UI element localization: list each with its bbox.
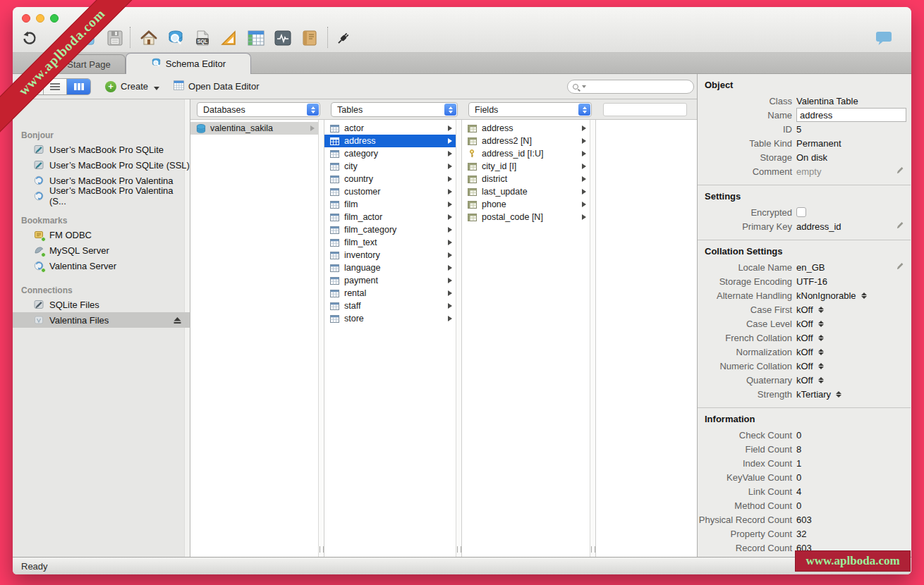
drill-arrow-icon — [448, 214, 452, 220]
value-stepper-icon[interactable] — [818, 307, 824, 313]
schema-editor-icon[interactable] — [164, 27, 188, 49]
name-input[interactable] — [796, 108, 906, 122]
inspector-row: QuaternarykOff — [698, 373, 911, 387]
column-resize-strip[interactable] — [456, 120, 462, 557]
zoom-window-button[interactable] — [50, 14, 59, 23]
field-item-address_id[interactable]: address_id [I:U] — [462, 147, 590, 160]
edit-pencil-icon[interactable] — [895, 261, 904, 273]
save-icon[interactable] — [103, 27, 127, 49]
field-item-city_id[interactable]: city_id [I] — [462, 160, 590, 173]
table-item-payment[interactable]: payment — [324, 274, 456, 287]
column-resize-strip[interactable] — [590, 120, 596, 557]
table-item-store[interactable]: store — [324, 312, 456, 325]
home-icon[interactable] — [137, 27, 161, 49]
item-label: district — [482, 174, 578, 184]
sidebar-item-user-s-macbook-pro-sqlite[interactable]: User’s MacBook Pro SQLite — [13, 142, 190, 157]
table-item-country[interactable]: country — [324, 173, 456, 185]
value-stepper-icon[interactable] — [818, 335, 824, 341]
sidebar-item-fm-odbc[interactable]: FM ODBC — [13, 227, 190, 242]
table-icon — [330, 314, 340, 323]
create-button[interactable]: + Create — [105, 81, 159, 92]
encrypted-checkbox[interactable] — [796, 207, 806, 217]
feedback-bubble-icon[interactable] — [872, 27, 896, 49]
property-label: Normalization — [698, 347, 796, 357]
table-item-film[interactable]: film — [324, 198, 456, 211]
table-item-category[interactable]: category — [324, 147, 456, 160]
dropdown-label: Databases — [203, 105, 245, 115]
field-item-district[interactable]: district — [462, 173, 590, 185]
table-item-actor[interactable]: actor — [324, 122, 456, 135]
sidebar-item-sqlite-files[interactable]: SQLite Files — [13, 297, 190, 312]
chevron-down-icon — [154, 87, 159, 90]
columns-view-icon[interactable] — [67, 79, 90, 94]
minimize-window-button[interactable] — [36, 14, 44, 23]
value-stepper-icon[interactable] — [818, 321, 824, 327]
table-item-customer[interactable]: customer — [324, 185, 456, 198]
close-window-button[interactable] — [22, 14, 30, 23]
sidebar-item-valentina-server[interactable]: Valentina Server — [13, 258, 190, 273]
sidebar-item-valentina-files[interactable]: Valentina Files — [13, 312, 190, 328]
sidebar-item-user-s-macbook-pro-valentina-s-[interactable]: User’s MacBook Pro Valentina (S... — [13, 188, 190, 204]
field-item-phone[interactable]: phone — [462, 198, 590, 211]
table-item-inventory[interactable]: inventory — [324, 249, 456, 261]
table-icon — [330, 175, 340, 183]
data-editor-icon[interactable] — [244, 27, 268, 49]
column-resize-strip[interactable] — [318, 120, 324, 557]
table-item-film_actor[interactable]: film_actor — [324, 211, 456, 223]
databases-dropdown[interactable]: Databases — [197, 102, 320, 117]
tables-dropdown[interactable]: Tables — [331, 102, 458, 117]
field-item-address2[interactable]: address2 [N] — [462, 135, 590, 147]
database-item-valentina_sakila[interactable]: valentina_sakila — [190, 122, 318, 135]
table-icon — [330, 213, 340, 221]
online-status-dot — [41, 237, 46, 242]
search-options-caret-icon — [582, 85, 586, 88]
log-icon[interactable] — [298, 27, 322, 49]
table-item-language[interactable]: language — [324, 261, 456, 274]
drill-arrow-icon — [448, 278, 452, 283]
sql-icon[interactable]: SQL — [190, 27, 214, 49]
edit-pencil-icon[interactable] — [895, 221, 904, 232]
diagram-icon[interactable] — [217, 27, 241, 49]
property-value: On disk — [796, 152, 827, 163]
table-item-film_text[interactable]: film_text — [324, 236, 456, 249]
tab-schema-editor[interactable]: Schema Editor — [126, 53, 251, 74]
field-item-last_update[interactable]: last_update — [462, 185, 590, 198]
property-value: address_id — [796, 221, 841, 232]
table-item-staff[interactable]: staff — [324, 300, 456, 312]
property-label: Encrypted — [698, 207, 796, 218]
item-label: city — [344, 161, 444, 171]
sidebar-item-user-s-macbook-pro-sqlite-ssl-[interactable]: User’s MacBook Pro SQLite (SSL) — [13, 157, 190, 173]
inspector-row: Field Count8 — [698, 442, 911, 456]
table-icon — [330, 149, 340, 158]
undo-icon[interactable] — [17, 27, 41, 49]
fields-dropdown[interactable]: Fields — [468, 102, 592, 117]
table-item-film_category[interactable]: film_category — [324, 223, 456, 236]
edit-pencil-icon[interactable] — [895, 166, 904, 177]
connect-plug-icon[interactable] — [332, 27, 355, 49]
valentina-icon — [34, 176, 44, 185]
table-icon — [330, 264, 340, 272]
value-stepper-icon[interactable] — [818, 349, 824, 355]
property-value: kOff — [796, 375, 824, 386]
search-input[interactable] — [567, 80, 694, 94]
item-label: country — [344, 174, 444, 184]
table-item-city[interactable]: city — [324, 160, 456, 173]
value-stepper-icon[interactable] — [818, 377, 824, 383]
item-label: category — [344, 149, 444, 159]
property-label: Property Count — [698, 529, 796, 539]
title-bar: SQL — [13, 7, 911, 53]
sidebar-item-mysql-server[interactable]: MySQL Server — [13, 242, 190, 258]
value-stepper-icon[interactable] — [836, 391, 841, 398]
open-data-editor-button[interactable]: Open Data Editor — [174, 80, 259, 92]
table-item-rental[interactable]: rental — [324, 287, 456, 300]
eject-icon[interactable] — [174, 316, 181, 326]
sidebar-item-label: FM ODBC — [49, 230, 92, 240]
value-stepper-icon[interactable] — [818, 363, 824, 369]
value-stepper-icon[interactable] — [861, 292, 867, 299]
table-item-address[interactable]: address — [324, 135, 456, 147]
property-label: Primary Key — [698, 221, 796, 232]
field-item-postal_code[interactable]: postal_code [N] — [462, 211, 590, 223]
field-item-address[interactable]: address — [462, 122, 590, 135]
drill-arrow-icon — [448, 138, 452, 144]
server-admin-icon[interactable] — [271, 27, 295, 49]
